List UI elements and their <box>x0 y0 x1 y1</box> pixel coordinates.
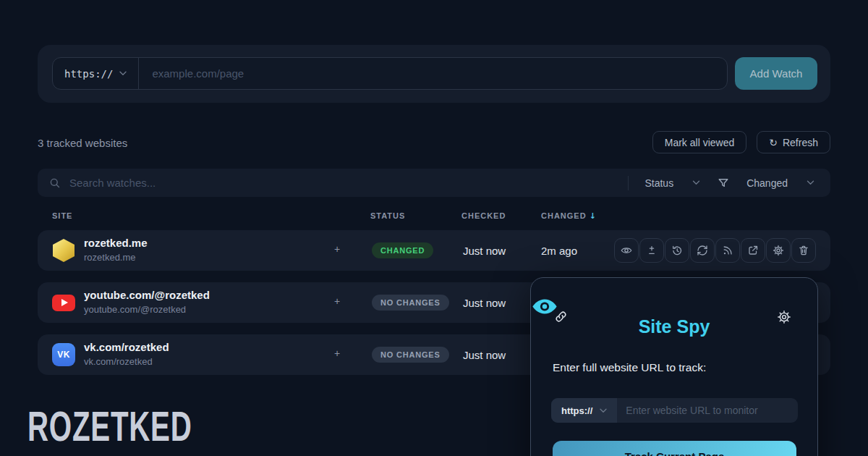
search-input[interactable] <box>61 177 628 189</box>
site-spy-popup: Site Spy Enter full website URL to track… <box>530 277 818 456</box>
refresh-icon: ↻ <box>769 137 778 148</box>
protocol-dropdown[interactable]: https:// <box>551 398 617 423</box>
header-changed-label: CHANGED <box>541 211 587 220</box>
refresh-icon <box>697 245 708 256</box>
plus-minus-icon <box>646 245 658 256</box>
checked-time: Just now <box>463 297 506 309</box>
refresh-label: Refresh <box>783 137 818 148</box>
diff-button[interactable] <box>639 238 664 263</box>
popup-title: Site Spy <box>531 316 817 337</box>
gear-icon <box>773 245 784 256</box>
popup-logo: Site Spy <box>531 298 817 337</box>
chevron-down-icon <box>807 180 814 185</box>
status-filter-label: Status <box>644 177 673 189</box>
rozetked-logo: ROZETKED <box>27 402 192 450</box>
table-header-row: SITE STATUS CHECKED CHANGED↓ <box>0 211 868 223</box>
site-url: rozetked.me <box>84 252 136 263</box>
add-tag-button[interactable]: + <box>334 243 340 255</box>
eye-icon <box>621 245 632 256</box>
url-input[interactable] <box>139 67 727 80</box>
site-title: rozetked.me <box>84 237 148 249</box>
history-clock-icon <box>671 245 683 256</box>
favicon-rozetked <box>52 239 75 262</box>
chevron-down-icon <box>600 408 607 413</box>
favicon-youtube <box>52 291 75 314</box>
header-changed-sort[interactable]: CHANGED↓ <box>541 211 597 221</box>
site-url: youtube.com/@rozetked <box>84 304 186 315</box>
status-badge: CHANGED <box>372 242 433 258</box>
track-current-page-button[interactable]: Track Current Page <box>553 441 796 456</box>
mark-all-viewed-button[interactable]: Mark all viewed <box>652 131 746 153</box>
checked-time: Just now <box>463 349 506 361</box>
header-site: SITE <box>52 211 72 220</box>
settings-button[interactable] <box>766 238 791 263</box>
sort-desc-icon: ↓ <box>590 211 597 221</box>
popup-url-input[interactable] <box>617 405 798 416</box>
protocol-dropdown[interactable]: https:// <box>53 58 139 89</box>
protocol-value: https:// <box>561 405 592 416</box>
preview-button[interactable] <box>614 238 639 263</box>
add-watch-bar: https:// Add Watch <box>38 45 830 103</box>
header-checked: CHECKED <box>461 211 506 220</box>
tracked-count-label: 3 tracked websites <box>38 137 127 149</box>
filter-funnel-icon[interactable] <box>716 177 731 189</box>
add-tag-button[interactable]: + <box>334 295 340 307</box>
eye-logo-icon <box>531 298 817 315</box>
mark-all-viewed-label: Mark all viewed <box>665 137 734 148</box>
url-input-group: https:// <box>52 57 728 90</box>
delete-button[interactable] <box>791 238 816 263</box>
popup-url-group: https:// <box>551 398 798 423</box>
external-link-icon <box>747 245 759 256</box>
site-title: youtube.com/@rozetked <box>84 289 210 301</box>
app-window: https:// Add Watch 3 tracked websites Ma… <box>0 0 868 456</box>
site-url: vk.com/rozetked <box>84 356 153 367</box>
vk-logo: VK <box>52 343 75 366</box>
checked-time: Just now <box>463 245 506 257</box>
add-tag-button[interactable]: + <box>334 347 340 359</box>
filter-bar: Status Changed <box>38 169 830 197</box>
search-icon <box>49 177 61 189</box>
gear-icon[interactable] <box>777 310 791 324</box>
toolbar-buttons: Mark all viewed ↻ Refresh <box>652 131 830 153</box>
trash-icon <box>798 245 809 256</box>
history-button[interactable] <box>665 238 689 263</box>
rss-button[interactable] <box>715 238 740 263</box>
chevron-down-icon <box>119 71 127 76</box>
table-row[interactable]: rozetked.me rozetked.me + CHANGED Just n… <box>38 230 830 271</box>
changed-filter-label: Changed <box>746 177 788 189</box>
add-watch-button[interactable]: Add Watch <box>735 57 817 90</box>
protocol-value: https:// <box>64 68 113 80</box>
status-badge: NO CHANGES <box>372 295 449 311</box>
favicon-vk: VK <box>52 343 75 366</box>
header-status: STATUS <box>370 211 405 220</box>
status-filter-dropdown[interactable]: Status <box>629 169 716 197</box>
site-title: vk.com/rozetked <box>84 341 169 353</box>
changed-filter-dropdown[interactable]: Changed <box>731 169 830 197</box>
row-actions <box>614 238 816 263</box>
status-badge: NO CHANGES <box>372 347 449 363</box>
changed-time: 2m ago <box>541 245 577 257</box>
open-link-button[interactable] <box>741 238 765 263</box>
rss-icon <box>722 245 733 256</box>
recheck-button[interactable] <box>690 238 715 263</box>
refresh-button[interactable]: ↻ Refresh <box>757 131 830 153</box>
chevron-down-icon <box>692 180 700 185</box>
popup-prompt: Enter full website URL to track: <box>553 361 706 374</box>
